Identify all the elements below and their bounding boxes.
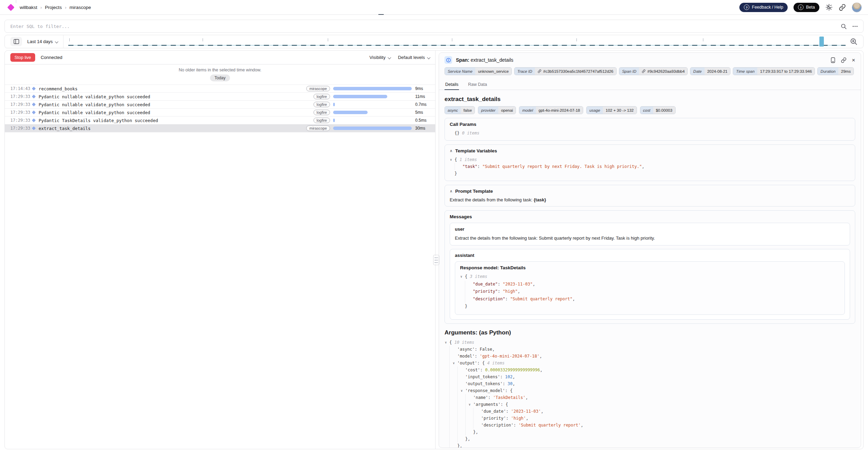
sidebar-toggle-button[interactable] [10,37,22,46]
tree-line: }, [449,442,855,448]
indent-guide [465,394,473,401]
span-title: Span: extract_task_details [456,57,513,63]
tree-line: 'priority': 'high', [449,415,855,422]
filter-more-button[interactable] [852,23,858,30]
timeline-track[interactable] [68,35,846,48]
more-horizontal-icon [852,23,858,30]
indent-guide [457,380,465,387]
search-button[interactable] [840,23,847,30]
collapse-icon[interactable]: ∧ [450,149,452,153]
arguments-heading: Arguments: (as Python) [445,329,855,336]
badge-value: $0.00003 [653,107,675,114]
trace-name: Pydantic TaskDetails validate_python suc… [39,118,313,123]
stop-live-button[interactable]: Stop live [10,53,35,62]
copy-span-link-button[interactable] [841,57,847,63]
expand-chevron-icon[interactable]: ∨ [445,339,449,346]
breadcrumb-projects[interactable]: Projects [45,5,62,10]
sql-filter-input[interactable] [10,23,836,29]
nav-right-cluster: ? Feedback / Help i Beta [739,2,862,12]
panel-layout-icon [13,39,19,44]
tree-line: ∨'response_model': { [449,387,855,394]
live-panel: Stop live Connected Visibility Default l… [5,51,436,449]
share-link-button[interactable] [839,4,846,11]
tree-line: 'due_date': '2023-11-03', [449,408,855,415]
indent-guide [457,367,465,373]
indent-guide [465,415,473,422]
trace-time: 17:29:33 [10,110,32,115]
trace-duration-bar [333,87,412,90]
meta-badge-span-id: Span ID #9c942620aa93dbb4 [619,67,688,75]
visibility-dropdown[interactable]: Visibility [369,55,390,60]
top-nav: willbakst › Projects › mirascope ? Feedb… [0,0,868,15]
theme-toggle-button[interactable] [825,3,833,11]
trace-row[interactable]: 17:29:33 Pydantic nullable validate_pyth… [5,108,435,116]
assistant-role-label: assistant [455,253,845,258]
span-header-actions: × [830,57,855,63]
tree-line: 'cost': 0.00003329999999999996, [449,367,855,373]
detail-tab-raw-data[interactable]: Raw Data [467,79,488,90]
time-range-select[interactable]: Last 14 days [27,39,58,44]
dock-panel-button[interactable] [830,57,836,63]
trace-row[interactable]: 17:29:33 Pydantic nullable validate_pyth… [5,92,435,100]
badge-value: 102 + 30 -> 132 [603,107,636,114]
trace-duration: 11ms [415,94,432,99]
badge-value: openai [498,107,516,114]
timeline-tick [202,38,203,41]
trace-row[interactable]: 17:29:33 extract_task_details mirascope … [5,124,435,132]
span-title-name: extract_task_details [471,57,513,63]
default-levels-dropdown[interactable]: Default levels [398,55,430,60]
feedback-help-button[interactable]: ? Feedback / Help [739,3,788,12]
expand-chevron-icon[interactable]: ∨ [461,387,465,394]
expand-chevron-icon[interactable]: ∨ [469,401,473,408]
trace-name: Pydantic nullable validate_python succee… [39,94,313,99]
timeline-tick [328,38,328,41]
tree-line: "task": "Submit quarterly report by next… [455,163,850,170]
attr-badge-async: async false [445,106,475,114]
meta-badge-duration: Duration 29ms [817,67,854,75]
badge-label: model [519,107,536,114]
info-icon: i [798,4,804,10]
breadcrumb-org[interactable]: willbakst [20,5,37,10]
python-arguments-tree: ∨{ 10 items'async': False,'model': 'gpt-… [445,339,855,448]
expand-chevron-icon[interactable]: ∨ [453,360,457,367]
live-header-controls: Visibility Default levels [369,55,430,60]
expand-chevron-icon[interactable]: ∨ [460,273,465,281]
trace-row[interactable]: 17:14:43 recommend_books mirascope 9ms [5,84,435,92]
beta-button[interactable]: i Beta [794,3,819,12]
template-variables-heading[interactable]: ∧Template Variables [450,148,850,153]
user-avatar[interactable] [852,2,862,12]
beta-label: Beta [806,5,815,10]
prompt-template-heading[interactable]: ∧Prompt Template [450,189,850,194]
span-detail-panel: Span: extract_task_details [439,52,861,448]
main-split: Stop live Connected Visibility Default l… [4,50,864,449]
indent-guide [449,415,457,422]
timeline-bar: Last 14 days [4,35,864,48]
indent-guide [457,373,465,380]
indent-guide [457,422,465,429]
user-message-card: user Extract the details from the follow… [450,223,850,245]
badge-value[interactable]: #c3b5157330ea5c1fd4572747af512d26 [535,68,616,75]
badge-value[interactable]: #9c942620aa93dbb4 [639,68,687,75]
timeline-selection[interactable] [819,37,824,47]
collapse-icon[interactable]: ∧ [450,189,452,193]
indent-guide [449,422,457,429]
breadcrumb-project[interactable]: mirascope [69,5,91,10]
expand-chevron-icon[interactable]: ∨ [450,156,455,163]
tree-line: ∨'output': { 4 items [449,360,855,367]
timeline-zoom-button[interactable] [850,38,858,46]
breadcrumb-separator: › [65,5,66,10]
span-diamond-icon [32,102,36,106]
empty-window-notice: No older items in the selected time wind… [5,68,435,72]
link-icon [538,69,541,73]
detail-tab-details[interactable]: Details [445,79,459,90]
trace-duration-bar [333,119,412,122]
span-diamond-icon [32,110,36,114]
detail-scroll-body[interactable]: extract_task_details async false provide… [439,90,861,448]
span-attribute-badges: async false provider openai model gpt-4o… [445,106,855,114]
trace-row[interactable]: 17:29:33 Pydantic nullable validate_pyth… [5,100,435,108]
prompt-template-card: ∧Prompt Template Extract the details fro… [445,185,855,207]
panel-resize-grip[interactable] [433,255,439,265]
badge-label: Service Name [445,68,475,75]
trace-row[interactable]: 17:29:33 Pydantic TaskDetails validate_p… [5,116,435,124]
close-panel-button[interactable]: × [852,57,855,63]
